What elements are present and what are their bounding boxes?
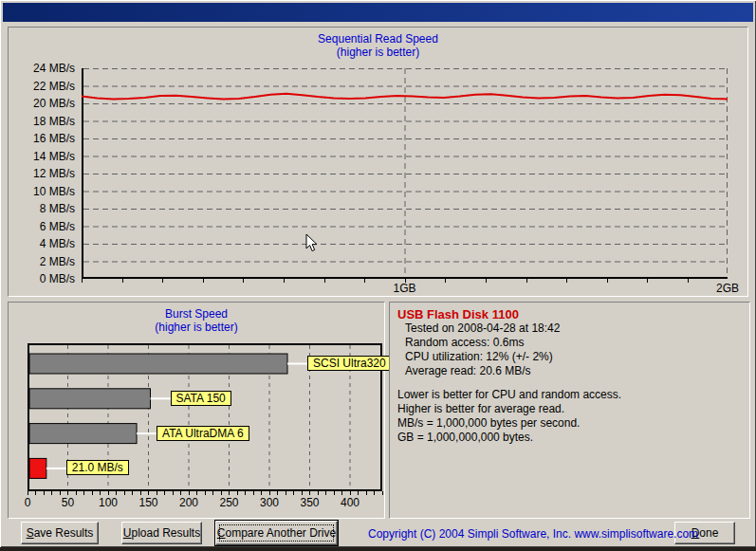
- burst-x-tick-label: 150: [128, 496, 170, 509]
- burst-x-tick-label: 200: [168, 496, 210, 509]
- burst-chart-subtitle: (higher is better): [9, 321, 384, 334]
- bar-value-label: ATA UltraDMA 6: [157, 426, 249, 441]
- y-axis-tick-label: 6 MB/s: [14, 220, 75, 233]
- y-axis-tick-label: 8 MB/s: [14, 202, 75, 215]
- cpu-utilization-line: CPU utilization: 12% (+/- 2%): [405, 350, 742, 364]
- burst-x-axis-ticks: [28, 491, 383, 495]
- y-axis-tick-label: 20 MB/s: [14, 97, 75, 110]
- y-axis-tick-label: 10 MB/s: [14, 185, 75, 198]
- y-axis-tick-label: 0 MB/s: [14, 272, 75, 285]
- average-read-line: Average read: 20.6 MB/s: [405, 364, 742, 378]
- note-line: Higher is better for average read.: [397, 402, 742, 416]
- y-axis-tick-label: 12 MB/s: [14, 167, 75, 180]
- bar-value-label: SCSI Ultra320: [307, 356, 392, 371]
- y-axis-tick-label: 24 MB/s: [14, 62, 75, 75]
- y-axis-tick-label: 16 MB/s: [14, 132, 75, 145]
- save-results-button[interactable]: Save Results: [21, 522, 99, 544]
- note-line: GB = 1,000,000,000 bytes.: [397, 431, 742, 445]
- y-axis-tick-label: 14 MB/s: [14, 150, 75, 163]
- burst-x-tick-label: 350: [289, 496, 331, 509]
- y-axis-tick-label: 22 MB/s: [14, 80, 75, 93]
- y-axis-tick-label: 18 MB/s: [14, 115, 75, 128]
- drive-name: USB Flash Disk 1100: [397, 307, 742, 321]
- burst-x-tick-label: 0: [7, 496, 48, 509]
- burst-speed-panel: Burst Speed (higher is better) 050100150…: [8, 302, 385, 519]
- upload-results-button[interactable]: Upload Results: [121, 522, 202, 544]
- copyright-text: Copyright (C) 2004 Simpli Software, Inc.…: [368, 527, 698, 541]
- bar-value-label: SATA 150: [171, 391, 231, 406]
- sequential-chart-subtitle: (higher is better): [9, 46, 747, 59]
- y-axis-tick-label: 4 MB/s: [14, 237, 75, 250]
- bar-value-label: 21.0 MB/s: [66, 460, 129, 475]
- y-axis-tick-label: 2 MB/s: [14, 255, 75, 268]
- random-access-line: Random access: 0.6ms: [405, 336, 742, 350]
- title-bar[interactable]: HD Tach version 3.0.4.0 - For non-commer…: [3, 3, 753, 22]
- compare-another-drive-button[interactable]: Compare Another Drive: [215, 521, 338, 545]
- sequential-read-chart: [82, 68, 728, 279]
- sequential-read-panel: Sequential Read Speed (higher is better)…: [8, 27, 748, 297]
- tested-on-line: Tested on 2008-04-28 at 18:42: [405, 321, 742, 336]
- sequential-chart-title: Sequential Read Speed: [9, 32, 747, 46]
- burst-x-tick-label: 100: [87, 496, 129, 509]
- x-axis-tick-label: 1GB: [384, 282, 426, 295]
- burst-x-tick-label: 300: [249, 496, 290, 509]
- burst-x-tick-label: 50: [47, 496, 89, 509]
- note-line: MB/s = 1,000,000 bytes per second.: [397, 416, 742, 431]
- hd-tach-window: HD Tach version 3.0.4.0 - For non-commer…: [0, 0, 756, 547]
- notes-block: Lower is better for CPU and random acces…: [397, 388, 742, 445]
- note-line: Lower is better for CPU and random acces…: [397, 388, 742, 402]
- results-panel: USB Flash Disk 1100 Tested on 2008-04-28…: [389, 302, 750, 519]
- burst-chart-title: Burst Speed: [9, 307, 384, 321]
- x-axis-tick-label: 2GB: [707, 282, 748, 295]
- burst-x-tick-label: 250: [209, 496, 250, 509]
- burst-x-tick-label: 400: [329, 496, 371, 509]
